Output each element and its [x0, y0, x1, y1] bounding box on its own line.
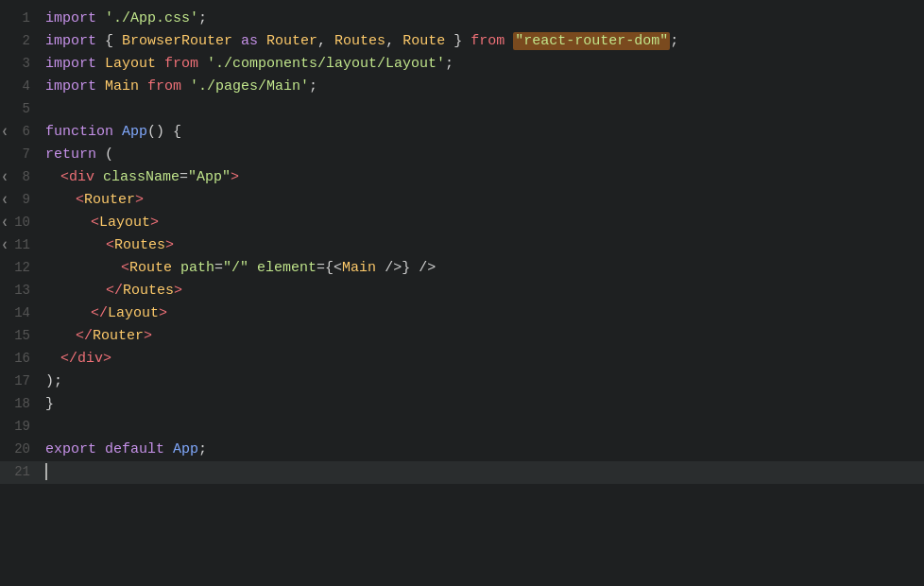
line-content-15: </Router>: [38, 325, 924, 347]
line-number-20: 20: [0, 440, 38, 460]
code-line-9: ❮ 9 <Router>: [0, 189, 924, 212]
line-number-17: 17: [0, 371, 38, 392]
code-line-13: 13 </Routes>: [0, 280, 924, 302]
code-line-14: 14 </Layout>: [0, 302, 924, 325]
line-number-1: 1: [0, 9, 38, 29]
line-number-19: 19: [0, 417, 38, 438]
code-line-17: 17 );: [0, 371, 924, 393]
line-number-12: 12: [0, 258, 38, 279]
line-number-6: ❮ 6: [0, 122, 38, 143]
text-cursor: [45, 463, 47, 480]
line-number-14: 14: [0, 303, 38, 324]
code-line-6: ❮ 6 function App() {: [0, 121, 924, 144]
code-line-11: ❮ 11 <Routes>: [0, 234, 924, 257]
code-line-16: 16 </div>: [0, 348, 924, 371]
line-content-11: <Routes>: [38, 234, 924, 256]
fold-arrow-9[interactable]: ❮: [2, 193, 8, 208]
line-content-8: <div className="App">: [38, 166, 924, 188]
code-line-20: 20 export default App;: [0, 439, 924, 461]
line-content-18: }: [38, 393, 924, 415]
line-number-9: ❮ 9: [0, 190, 38, 211]
line-number-21: 21: [0, 462, 38, 483]
line-number-18: 18: [0, 394, 38, 415]
line-number-10: ❮ 10: [0, 213, 38, 233]
line-content-6: function App() {: [38, 121, 924, 143]
line-content-21: [38, 461, 924, 483]
line-content-14: </Layout>: [38, 302, 924, 324]
line-content-19: [38, 416, 924, 438]
line-number-3: 3: [0, 54, 38, 75]
line-content-2: import { BrowserRouter as Router, Routes…: [38, 30, 924, 52]
line-content-9: <Router>: [38, 189, 924, 211]
code-line-10: ❮ 10 <Layout>: [0, 212, 924, 234]
line-number-2: 2: [0, 31, 38, 52]
code-line-2: 2 import { BrowserRouter as Router, Rout…: [0, 30, 924, 53]
line-content-4: import Main from './pages/Main';: [38, 76, 924, 97]
line-content-16: </div>: [38, 348, 924, 370]
line-content-10: <Layout>: [38, 212, 924, 233]
line-number-8: ❮ 8: [0, 167, 38, 188]
line-number-16: 16: [0, 349, 38, 370]
line-content-12: <Route path="/" element={<Main />} />: [38, 257, 924, 279]
code-line-4: 4 import Main from './pages/Main';: [0, 76, 924, 98]
fold-arrow-11[interactable]: ❮: [2, 238, 8, 253]
code-line-18: 18 }: [0, 393, 924, 416]
line-number-15: 15: [0, 326, 38, 347]
line-content-3: import Layout from './components/layout/…: [38, 53, 924, 75]
string: './App.css': [105, 10, 198, 26]
line-content-20: export default App;: [38, 439, 924, 460]
line-number-4: 4: [0, 77, 38, 97]
code-line-19: 19: [0, 416, 924, 439]
fold-arrow-8[interactable]: ❮: [2, 170, 8, 185]
line-number-13: 13: [0, 281, 38, 302]
fold-arrow-10[interactable]: ❮: [2, 215, 8, 231]
fold-arrow-6[interactable]: ❮: [2, 125, 8, 140]
keyword: import: [45, 10, 105, 26]
line-content-17: );: [38, 371, 924, 392]
code-line-8: ❮ 8 <div className="App">: [0, 166, 924, 189]
code-line-1: 1 import './App.css';: [0, 8, 924, 30]
line-number-5: 5: [0, 99, 38, 120]
line-number-11: ❮ 11: [0, 235, 38, 256]
code-line-5: 5: [0, 98, 924, 121]
line-content-13: </Routes>: [38, 280, 924, 302]
code-line-12: 12 <Route path="/" element={<Main />} />: [0, 257, 924, 280]
code-line-15: 15 </Router>: [0, 325, 924, 348]
code-line-7: 7 return (: [0, 144, 924, 166]
code-editor[interactable]: 1 import './App.css'; 2 import { Browser…: [0, 0, 924, 586]
code-line-3: 3 import Layout from './components/layou…: [0, 53, 924, 76]
code-line-21: 21: [0, 461, 924, 484]
line-content-7: return (: [38, 144, 924, 165]
line-number-7: 7: [0, 145, 38, 165]
line-content-1: import './App.css';: [38, 8, 924, 29]
line-content-5: [38, 98, 924, 120]
